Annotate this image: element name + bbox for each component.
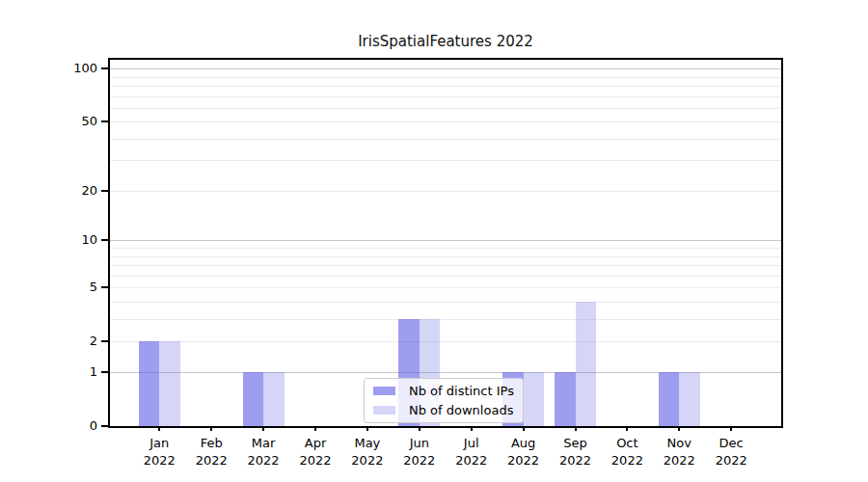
legend-swatch-distinct-ips xyxy=(373,387,395,395)
y-tick xyxy=(101,67,108,69)
y-tick xyxy=(101,340,108,342)
bar-nov-downloads xyxy=(679,372,700,426)
bar-mar-downloads xyxy=(263,372,285,426)
x-tick-label: Mar2022 xyxy=(234,435,292,469)
y-gridline-minor xyxy=(110,302,781,303)
chart-figure: IrisSpatialFeatures 2022 Nb of distinct … xyxy=(0,0,868,482)
y-gridline-minor xyxy=(110,191,781,192)
x-tick xyxy=(366,426,368,431)
y-tick xyxy=(101,190,108,192)
x-tick-label: Nov2022 xyxy=(650,435,708,469)
y-tick xyxy=(101,371,108,373)
x-tick-label: Dec2022 xyxy=(702,435,760,469)
y-gridline-minor xyxy=(110,86,781,87)
x-tick xyxy=(730,426,732,431)
x-tick-label: Jul2022 xyxy=(443,435,501,469)
y-gridline-minor xyxy=(110,319,781,320)
y-gridline-minor xyxy=(110,265,781,266)
y-gridline-major xyxy=(110,240,781,241)
x-tick xyxy=(471,426,473,431)
y-tick-label: 50 xyxy=(36,113,97,130)
y-gridline-minor xyxy=(110,287,781,288)
x-tick xyxy=(678,426,680,431)
y-tick-label: 5 xyxy=(36,279,97,296)
y-gridline-minor xyxy=(110,121,781,122)
legend-label-downloads: Nb of downloads xyxy=(409,403,513,417)
x-tick xyxy=(314,426,316,431)
x-tick xyxy=(262,426,264,431)
legend-label-distinct-ips: Nb of distinct IPs xyxy=(409,384,514,398)
x-tick-label: Apr2022 xyxy=(286,435,344,469)
legend-entry-distinct-ips: Nb of distinct IPs xyxy=(373,384,514,398)
y-tick xyxy=(101,425,108,427)
y-tick-label: 0 xyxy=(36,417,97,435)
y-tick-label: 1 xyxy=(36,363,97,381)
x-tick xyxy=(419,426,420,431)
plot-area: Nb of distinct IPs Nb of downloads xyxy=(108,58,783,428)
bar-sep-downloads xyxy=(576,302,597,426)
bar-jan-downloads xyxy=(159,341,180,426)
legend: Nb of distinct IPs Nb of downloads xyxy=(364,378,524,423)
y-tick xyxy=(101,120,108,122)
legend-entry-downloads: Nb of downloads xyxy=(373,403,514,417)
y-gridline-minor xyxy=(110,160,781,161)
y-tick-label: 100 xyxy=(36,60,97,77)
x-tick-label: Jan2022 xyxy=(130,435,188,469)
x-tick-label: May2022 xyxy=(339,435,396,469)
y-tick-label: 2 xyxy=(36,333,97,350)
x-tick xyxy=(626,426,628,431)
y-tick-label: 10 xyxy=(36,231,97,249)
y-gridline-minor xyxy=(110,256,781,257)
legend-swatch-downloads xyxy=(373,406,395,415)
y-gridline-minor xyxy=(110,77,781,78)
x-tick-label: Aug2022 xyxy=(495,435,553,469)
chart-title: IrisSpatialFeatures 2022 xyxy=(108,33,783,50)
bar-mar-ips xyxy=(243,372,264,426)
x-tick-label: Sep2022 xyxy=(547,435,605,469)
bar-jan-ips xyxy=(139,341,160,426)
x-tick-label: Oct2022 xyxy=(598,435,656,469)
x-tick xyxy=(575,426,577,431)
y-gridline-minor xyxy=(110,139,781,140)
y-gridline-minor xyxy=(110,276,781,277)
x-tick xyxy=(158,426,160,431)
y-gridline-minor xyxy=(110,108,781,109)
y-gridline-minor xyxy=(110,96,781,97)
y-gridline-major xyxy=(110,68,781,69)
x-tick-label: Jun2022 xyxy=(391,435,448,469)
y-gridline-minor xyxy=(110,248,781,249)
x-tick xyxy=(523,426,525,431)
bar-nov-ips xyxy=(659,372,680,426)
y-tick xyxy=(101,239,108,241)
bar-sep-ips xyxy=(555,372,576,426)
x-tick-label: Feb2022 xyxy=(182,435,240,469)
y-tick xyxy=(101,286,108,288)
bar-aug-downloads xyxy=(524,372,545,426)
y-gridline-minor xyxy=(110,341,781,342)
x-tick xyxy=(210,426,212,431)
y-tick-label: 20 xyxy=(36,182,97,200)
